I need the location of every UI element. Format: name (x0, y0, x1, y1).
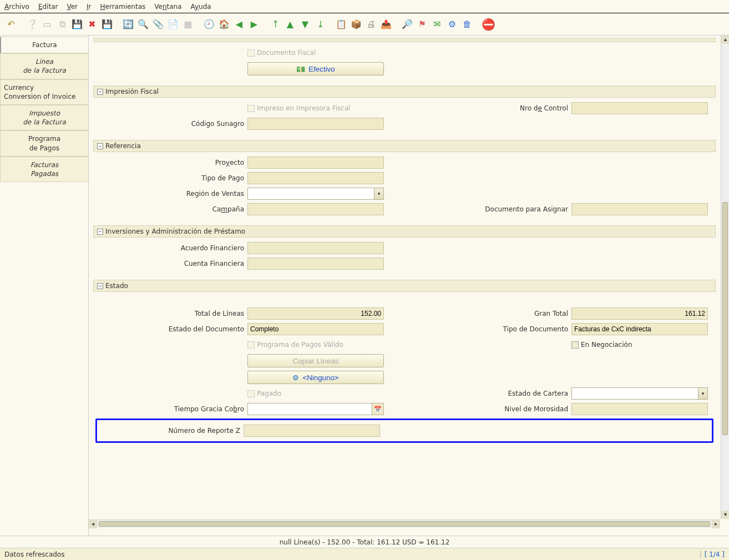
prev-icon[interactable]: ▲ (284, 18, 297, 31)
history-icon[interactable]: 🕘 (202, 18, 216, 31)
attach-icon[interactable]: 📎 (151, 18, 165, 31)
help-icon[interactable]: ❔ (26, 18, 39, 31)
input-tipo-pago[interactable] (247, 172, 384, 184)
tab-facturas-pagadas[interactable]: FacturasPagadas (0, 157, 88, 182)
save-icon[interactable]: 💾 (70, 18, 84, 31)
export-icon[interactable]: 📤 (379, 18, 393, 31)
menu-archivo[interactable]: Archivo (4, 3, 29, 11)
zoom-icon[interactable]: 🔎 (401, 18, 414, 31)
scroll-thumb[interactable] (722, 202, 728, 435)
chevron-down-icon[interactable]: ▾ (374, 188, 384, 200)
menu-ventana[interactable]: Ventana (154, 3, 181, 11)
label-cuenta-fin: Cuenta Financiera (98, 260, 247, 268)
find-icon[interactable]: 🔍 (136, 18, 150, 31)
next-icon[interactable]: ▼ (298, 18, 312, 31)
checkbox-en-negociacion[interactable] (571, 341, 579, 349)
input-codigo-sunagro[interactable] (247, 118, 384, 130)
product-icon[interactable]: 🗑 (460, 18, 474, 31)
input-gran-total[interactable] (571, 307, 708, 320)
input-nro-control[interactable] (571, 102, 708, 114)
content: Documento Fiscal 💵 Efectivo (89, 36, 720, 519)
doc-icon[interactable]: 📄 (166, 18, 180, 31)
input-doc-asignar[interactable] (571, 203, 708, 215)
scroll-thumb-h[interactable] (99, 521, 710, 527)
new-icon[interactable]: ▭ (40, 18, 54, 31)
archive-icon[interactable]: 📦 (350, 18, 363, 31)
input-proyecto[interactable] (247, 157, 384, 169)
label-nivel-morosidad: Nivel de Morosidad (504, 405, 571, 413)
chevron-down-icon[interactable]: ▾ (698, 387, 708, 400)
menu-ver[interactable]: Ver (67, 3, 78, 11)
collapse-icon[interactable]: − (97, 229, 103, 235)
scroll-left-icon[interactable]: ◂ (89, 520, 97, 528)
input-tiempo-gracia[interactable]: 📅 (247, 403, 384, 415)
tab-factura[interactable]: Factura (0, 37, 88, 53)
menu-ayuda[interactable]: Ayuda (191, 3, 211, 11)
collapse-icon[interactable]: − (97, 89, 103, 95)
save2-icon[interactable]: 💾 (100, 18, 114, 31)
input-campana[interactable] (247, 203, 384, 215)
input-total-lineas[interactable] (247, 307, 384, 320)
input-nivel-morosidad[interactable] (571, 403, 708, 415)
calendar-icon[interactable]: 📅 (372, 403, 384, 415)
home-icon[interactable]: 🏠 (217, 18, 231, 31)
statusbar: Datos refrescados [ 1/4 ] (0, 548, 729, 560)
label-total-lineas: Total de Líneas (98, 310, 247, 317)
request-icon[interactable]: ✉ (431, 18, 444, 31)
input-estado-doc[interactable] (247, 323, 384, 335)
cash-icon: 💵 (296, 65, 305, 73)
record-counter[interactable]: [ 1/4 ] (705, 551, 725, 558)
report-icon[interactable]: 📋 (335, 18, 348, 31)
tab-impuesto[interactable]: Impuestode la Factura (0, 105, 88, 130)
delete-icon[interactable]: ✖ (85, 18, 99, 31)
input-cuenta-fin[interactable] (247, 258, 384, 270)
label-pagado: Pagado (257, 390, 285, 397)
workflow-icon[interactable]: ⚑ (416, 18, 429, 31)
label-documento-fiscal: Documento Fiscal (257, 49, 319, 57)
menu-editar[interactable]: Editar (38, 3, 58, 11)
section-impresion-fiscal[interactable]: − Impresión Fiscal (93, 85, 716, 98)
undo-icon[interactable]: ↶ (4, 18, 18, 31)
tab-linea-factura[interactable]: Líneade la Factura (0, 53, 88, 79)
collapse-icon[interactable]: − (97, 283, 103, 289)
grid-icon[interactable]: ▦ (181, 18, 195, 31)
vertical-scrollbar[interactable]: ▴ ▾ (721, 36, 729, 519)
scroll-right-icon[interactable]: ▸ (712, 520, 720, 528)
section-estado[interactable]: − Estado (93, 280, 716, 292)
last-icon[interactable]: ⤓ (313, 18, 327, 31)
select-region-ventas[interactable]: ▾ (247, 188, 384, 200)
back-icon[interactable]: ◀ (232, 18, 246, 31)
scroll-up-icon[interactable]: ▴ (721, 36, 729, 44)
menu-herramientas[interactable]: Herramientas (100, 3, 146, 11)
scroll-down-icon[interactable]: ▾ (721, 511, 729, 519)
input-tipo-doc[interactable] (571, 323, 708, 335)
button-ninguno[interactable]: ⚙ <Ninguno> (247, 371, 384, 384)
label-nro-control: Nro de Control (520, 104, 571, 112)
select-estado-cartera[interactable]: ▾ (571, 387, 708, 400)
label-proyecto: Proyecto (98, 159, 247, 167)
checkbox-documento-fiscal (247, 49, 255, 57)
section-referencia[interactable]: − Referencia (93, 140, 716, 152)
sidebar: Factura Líneade la Factura CurrencyConve… (0, 36, 89, 536)
button-copiar-lineas[interactable]: Copiar Líneas (247, 354, 384, 367)
forward-icon[interactable]: ▶ (247, 18, 261, 31)
collapse-icon[interactable]: − (97, 143, 103, 149)
close-icon[interactable]: ⛔ (482, 18, 495, 31)
section-info-fiscal[interactable] (93, 38, 716, 42)
label-region-ventas: Región de Ventas (98, 190, 247, 198)
section-inversiones[interactable]: − Inversiones y Administración de Présta… (93, 225, 716, 238)
first-icon[interactable]: ⤒ (269, 18, 282, 31)
input-acuerdo-fin[interactable] (247, 242, 384, 254)
setup-icon[interactable]: ⚙ (446, 18, 459, 31)
menu-ir[interactable]: Ir (87, 3, 91, 11)
print-icon[interactable]: 🖨 (364, 18, 378, 31)
label-acuerdo-fin: Acuerdo Financiero (98, 244, 247, 252)
label-nro-reporte-z: Número de Reporte Z (100, 427, 244, 435)
copy-icon[interactable]: ⧉ (55, 18, 69, 31)
tab-currency[interactable]: CurrencyConversion of Invoice (0, 79, 88, 105)
input-nro-reporte-z[interactable] (244, 425, 380, 437)
tab-programa-pagos[interactable]: Programade Pagos (0, 130, 88, 156)
refresh-icon[interactable]: 🔄 (122, 18, 135, 31)
horizontal-scrollbar[interactable]: ◂ ▸ (89, 519, 720, 528)
button-efectivo[interactable]: 💵 Efectivo (247, 62, 384, 75)
